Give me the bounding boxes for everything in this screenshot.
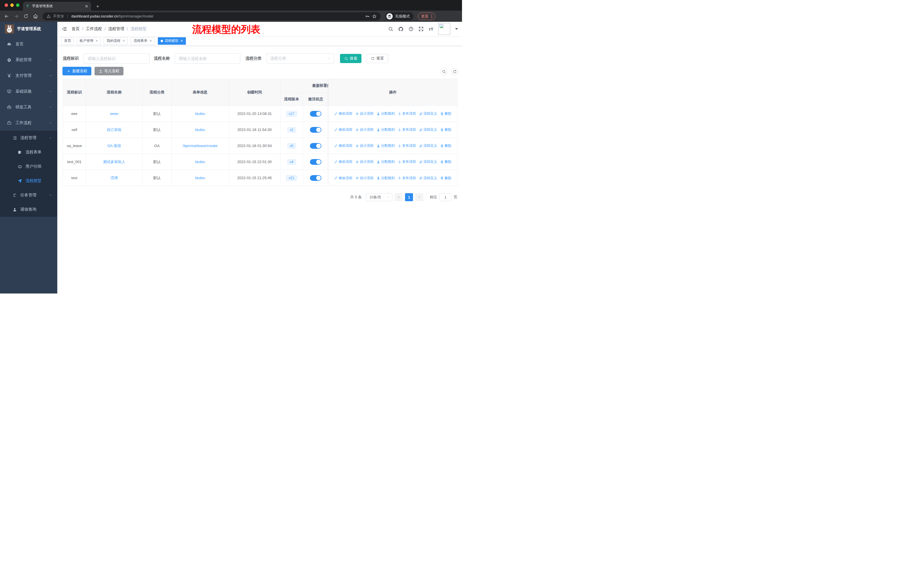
- delete-link[interactable]: 删除: [440, 159, 451, 164]
- search-button[interactable]: 搜索: [340, 54, 361, 63]
- publish-process-link[interactable]: 发布流程: [398, 143, 416, 148]
- new-tab-button[interactable]: ＋: [94, 3, 101, 9]
- breadcrumb-home[interactable]: 首页: [72, 26, 80, 31]
- home-button[interactable]: [33, 14, 38, 19]
- sidebar-item-devtools[interactable]: 研发工具: [0, 99, 57, 115]
- bookmark-star-icon[interactable]: [372, 14, 377, 19]
- process-definition-link[interactable]: 流程定义: [419, 111, 437, 116]
- active-toggle[interactable]: [310, 111, 322, 117]
- tag-my-process[interactable]: 我的流程✕: [104, 37, 128, 45]
- sidebar-item-workflow[interactable]: 工作流程: [0, 115, 57, 131]
- assign-rule-link[interactable]: 分配规则: [377, 127, 395, 132]
- goto-page-input[interactable]: [439, 193, 451, 201]
- model-key-input[interactable]: [84, 53, 150, 64]
- model-name-link[interactable]: 测试多审批人: [103, 160, 125, 164]
- browser-tab[interactable]: 芋道管理系统 ✕: [23, 2, 91, 11]
- design-process-link[interactable]: 设计流程: [355, 176, 373, 180]
- security-label[interactable]: 不安全: [53, 14, 64, 19]
- publish-process-link[interactable]: 发布流程: [398, 176, 416, 180]
- model-name-link[interactable]: OA 请假: [107, 144, 121, 148]
- avatar-caret-icon[interactable]: [455, 28, 458, 30]
- model-name-link[interactable]: 滔博: [111, 176, 118, 180]
- forward-button[interactable]: [14, 14, 19, 19]
- form-info-link[interactable]: /bpm/oa/leave/create: [183, 144, 218, 148]
- delete-link[interactable]: 删除: [440, 143, 451, 148]
- reload-button[interactable]: [23, 14, 28, 19]
- form-info-link[interactable]: biubiu: [195, 127, 205, 132]
- tag-tenant[interactable]: 租户管理✕: [77, 37, 101, 45]
- tag-close-icon[interactable]: ✕: [122, 39, 125, 43]
- publish-process-link[interactable]: 发布流程: [398, 159, 416, 164]
- prev-page-button[interactable]: [395, 193, 403, 201]
- sidebar-collapse-icon[interactable]: [61, 26, 67, 32]
- sidebar-item-system[interactable]: 系统管理: [0, 52, 57, 68]
- tab-close-icon[interactable]: ✕: [85, 4, 88, 8]
- assign-rule-link[interactable]: 分配规则: [377, 176, 395, 180]
- edit-process-link[interactable]: 修改流程: [334, 159, 352, 164]
- sidebar-item-home[interactable]: 首页: [0, 36, 57, 52]
- github-icon[interactable]: [398, 26, 404, 32]
- window-close-button[interactable]: [5, 3, 8, 7]
- breadcrumb-process-management[interactable]: 流程管理: [108, 26, 124, 31]
- publish-process-link[interactable]: 发布流程: [398, 111, 416, 116]
- active-toggle[interactable]: [310, 143, 322, 149]
- sidebar-logo-row[interactable]: 芋道管理系统: [0, 22, 57, 36]
- sidebar-item-user-group[interactable]: 用户分组: [0, 159, 57, 174]
- process-definition-link[interactable]: 流程定义: [419, 176, 437, 180]
- sidebar-item-process-model[interactable]: 流程模型: [0, 174, 57, 188]
- edit-process-link[interactable]: 修改流程: [334, 127, 352, 132]
- header-search-icon[interactable]: [388, 26, 393, 31]
- form-info-link[interactable]: biubiu: [195, 176, 205, 180]
- design-process-link[interactable]: 设计流程: [355, 159, 373, 164]
- model-name-input[interactable]: [175, 53, 240, 64]
- process-definition-link[interactable]: 流程定义: [419, 127, 437, 132]
- fullscreen-icon[interactable]: [419, 26, 424, 31]
- sidebar-item-process-form[interactable]: 流程表单: [0, 145, 57, 159]
- refresh-table-button[interactable]: [451, 68, 459, 75]
- sidebar-item-payment[interactable]: 支付管理: [0, 68, 57, 83]
- key-icon[interactable]: [365, 14, 370, 19]
- assign-rule-link[interactable]: 分配规则: [377, 143, 395, 148]
- assign-rule-link[interactable]: 分配规则: [377, 111, 395, 116]
- form-info-link[interactable]: biubiu: [195, 111, 205, 116]
- font-size-icon[interactable]: тT: [429, 26, 433, 31]
- breadcrumb-workflow[interactable]: 工作流程: [86, 26, 102, 31]
- tag-home[interactable]: 首页: [61, 37, 74, 45]
- edit-process-link[interactable]: 修改流程: [334, 143, 352, 148]
- page-number-1[interactable]: 1: [405, 193, 413, 201]
- form-info-link[interactable]: biubiu: [195, 160, 205, 164]
- window-minimize-button[interactable]: [10, 3, 14, 7]
- show-search-button[interactable]: [440, 68, 448, 75]
- edit-process-link[interactable]: 修改流程: [334, 111, 352, 116]
- import-process-button[interactable]: 导入流程: [94, 67, 124, 75]
- tag-close-icon[interactable]: ✕: [149, 39, 152, 43]
- tag-process-model[interactable]: 流程模型✕: [158, 37, 186, 45]
- design-process-link[interactable]: 设计流程: [355, 111, 373, 116]
- edit-process-link[interactable]: 修改流程: [334, 176, 352, 180]
- browser-update-button[interactable]: 更新: [418, 13, 436, 20]
- page-size-select[interactable]: 10条/页: [366, 193, 393, 201]
- delete-link[interactable]: 删除: [440, 176, 451, 180]
- delete-link[interactable]: 删除: [440, 111, 451, 116]
- create-process-button[interactable]: 新建流程: [63, 67, 91, 75]
- delete-link[interactable]: 删除: [440, 127, 451, 132]
- active-toggle[interactable]: [310, 127, 322, 133]
- reset-button[interactable]: 重置: [366, 54, 388, 63]
- design-process-link[interactable]: 设计流程: [355, 143, 373, 148]
- sidebar-item-leave-query[interactable]: 请假查询: [0, 202, 57, 217]
- sidebar-item-process-management[interactable]: 流程管理: [0, 131, 57, 145]
- active-toggle[interactable]: [310, 175, 322, 181]
- process-definition-link[interactable]: 流程定义: [419, 143, 437, 148]
- tag-process-form[interactable]: 流程表单✕: [130, 37, 155, 45]
- browser-menu-icon[interactable]: [431, 14, 432, 18]
- help-icon[interactable]: [408, 26, 414, 31]
- category-select[interactable]: 流程分类: [266, 53, 334, 64]
- back-button[interactable]: [4, 14, 9, 19]
- tag-close-icon[interactable]: ✕: [180, 39, 183, 43]
- model-name-link[interactable]: eeee: [110, 111, 118, 116]
- address-bar[interactable]: 不安全 dashboard.yudao.iocoder.cn/bpm/manag…: [43, 12, 381, 20]
- process-definition-link[interactable]: 流程定义: [419, 159, 437, 164]
- model-name-link[interactable]: 自己审批: [107, 127, 122, 132]
- sidebar-item-task-management[interactable]: 任务管理: [0, 188, 57, 202]
- assign-rule-link[interactable]: 分配规则: [377, 159, 395, 164]
